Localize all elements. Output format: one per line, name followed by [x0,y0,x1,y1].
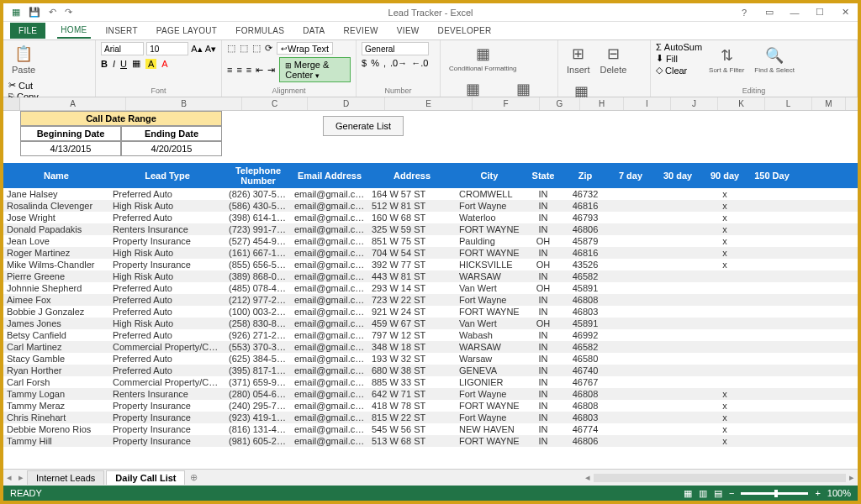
align-left-icon[interactable]: ≡ [227,65,232,75]
cell[interactable]: High Risk Auto [109,201,225,211]
cell[interactable]: 418 W 78 ST [368,401,456,411]
cell[interactable]: email@gmail.com [291,213,368,223]
cell[interactable]: Rosalinda Clevenger [3,201,109,211]
cell[interactable]: Property Insurance [109,401,225,411]
cell[interactable]: Property Insurance [109,436,225,446]
col-state[interactable]: State [523,169,563,182]
cell[interactable]: Chris Rinehart [3,412,109,423]
increase-decimal-icon[interactable]: .0→ [390,58,407,68]
table-row[interactable]: Pierre GreeneHigh Risk Auto(389) 868-087… [3,270,858,282]
cell[interactable]: email@gmail.com [291,283,368,293]
cell[interactable]: Preferred Auto [109,307,225,317]
tab-formulas[interactable]: FORMULAS [232,24,288,38]
col-telephone[interactable]: Telephone Number [225,164,291,187]
cell[interactable]: 392 W 77 ST [368,260,456,270]
cell[interactable]: email@gmail.com [291,342,368,352]
cell[interactable]: Property Insurance [109,236,225,246]
cell[interactable]: 46774 [563,424,607,434]
cell[interactable]: x [701,213,748,223]
cell[interactable]: Wabash [456,330,523,340]
autosum-button[interactable]: Σ AutoSum [656,42,702,52]
delete-cells-button[interactable]: ⊟Delete [597,42,631,76]
cell[interactable]: Paulding [456,236,523,246]
cell[interactable]: IN [523,307,563,317]
cell[interactable]: (981) 605-2762 [225,436,291,446]
cell[interactable]: email@gmail.com [291,412,368,423]
cell[interactable]: IN [523,248,563,258]
cell[interactable]: email@gmail.com [291,307,368,317]
cell[interactable]: email@gmail.com [291,189,368,199]
cell[interactable]: 851 W 75 ST [368,236,456,246]
cell[interactable]: FORT WAYNE [456,436,523,446]
column-header[interactable]: G [540,97,580,110]
tab-view[interactable]: VIEW [394,24,423,38]
wrap-text-button[interactable]: ↩ Wrap Text [277,42,333,55]
cell[interactable]: (240) 295-7246 [225,401,291,411]
horizontal-scrollbar[interactable] [594,474,846,482]
column-header[interactable]: L [765,97,812,110]
cell[interactable]: Fort Wayne [456,389,523,399]
begin-date-value[interactable]: 4/13/2015 [20,141,121,156]
view-normal-icon[interactable]: ▦ [684,488,692,499]
cell[interactable]: Property Insurance [109,260,225,270]
cell[interactable]: Jose Wright [3,213,109,223]
tab-home[interactable]: HOME [57,23,90,39]
cell[interactable]: email@gmail.com [291,424,368,434]
align-top-icon[interactable]: ⬚ [227,43,235,54]
cell[interactable]: (826) 307-5878 [225,189,291,199]
currency-icon[interactable]: $ [362,58,367,68]
cell[interactable]: Van Wert [456,283,523,293]
cell[interactable]: x [701,424,748,434]
table-row[interactable]: Roger MartinezHigh Risk Auto(161) 667-11… [3,247,858,259]
number-format-select[interactable] [362,42,429,55]
cell[interactable]: CROMWELL [456,189,523,199]
cell[interactable]: GENEVA [456,365,523,375]
col-name[interactable]: Name [3,169,109,182]
table-row[interactable]: Donald PapadakisRenters Insurance(723) 9… [3,223,858,235]
percent-icon[interactable]: % [371,58,379,68]
cell[interactable]: (527) 454-9110 [225,236,291,246]
decrease-indent-icon[interactable]: ⇤ [256,65,263,76]
cell[interactable]: IN [523,424,563,434]
tab-insert[interactable]: INSERT [103,24,141,38]
cell[interactable]: Aimee Fox [3,295,109,305]
cell[interactable]: (212) 977-2075 [225,295,291,305]
select-all-corner[interactable] [3,97,20,110]
table-row[interactable]: Johnnie ShepherdPreferred Auto(485) 078-… [3,282,858,294]
cell[interactable]: email@gmail.com [291,354,368,364]
column-header[interactable]: A [20,97,126,110]
shrink-font-icon[interactable]: A▾ [205,44,216,55]
redo-icon[interactable]: ↷ [65,7,72,18]
cell[interactable]: IN [523,436,563,446]
cell[interactable]: 160 W 68 ST [368,213,456,223]
increase-indent-icon[interactable]: ⇥ [267,65,275,76]
cell[interactable]: IN [523,377,563,387]
column-header[interactable]: D [308,97,385,110]
merge-center-button[interactable]: ⊞ Merge & Center ▾ [279,57,351,82]
cell[interactable]: 723 W 22 ST [368,295,456,305]
table-row[interactable]: Carl MartinezCommercial Property/Casualt… [3,341,858,353]
cell[interactable]: x [701,436,748,446]
tab-nav-first[interactable]: ◂ [3,472,15,483]
hscroll-left[interactable]: ◂ [582,472,594,483]
cell[interactable]: 348 W 18 ST [368,342,456,352]
border-icon[interactable]: ▦ [132,58,140,69]
zoom-in-icon[interactable]: + [815,488,820,498]
cell[interactable]: Tammy Logan [3,389,109,399]
comma-icon[interactable]: , [383,58,386,68]
cell[interactable]: email@gmail.com [291,365,368,375]
table-row[interactable]: Debbie Moreno RiosProperty Insurance(816… [3,423,858,435]
cell[interactable]: 815 W 22 ST [368,412,456,423]
column-header[interactable]: B [126,97,242,110]
cell[interactable]: Preferred Auto [109,330,225,340]
cell[interactable]: 46808 [563,389,607,399]
cell[interactable]: x [701,189,748,199]
cell[interactable]: 797 W 12 ST [368,330,456,340]
cell[interactable]: IN [523,342,563,352]
bold-button[interactable]: B [101,59,108,69]
cell[interactable]: Preferred Auto [109,295,225,305]
cell[interactable]: 46793 [563,213,607,223]
column-header[interactable]: K [718,97,765,110]
cell[interactable]: 164 W 57 ST [368,189,456,199]
cell[interactable]: Renters Insurance [109,224,225,234]
